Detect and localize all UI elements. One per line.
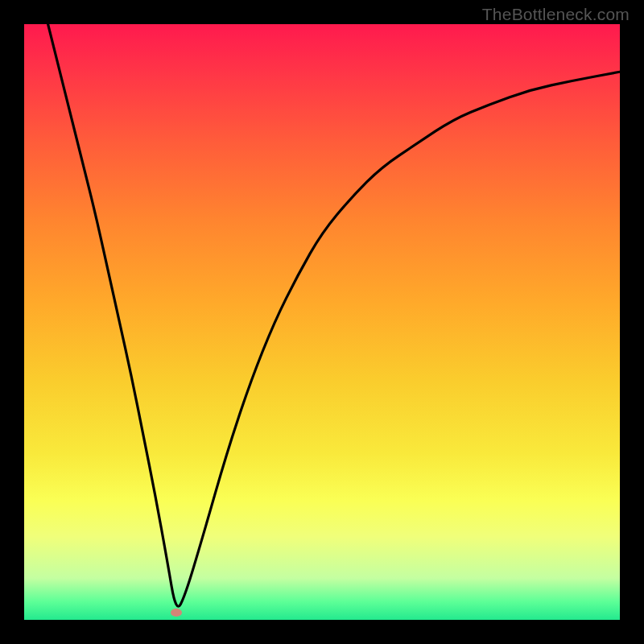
watermark-text: TheBottleneck.com (482, 5, 630, 24)
plot-area (24, 24, 620, 620)
curve-svg (24, 24, 620, 620)
chart-frame: TheBottleneck.com (0, 0, 644, 644)
bottleneck-curve (48, 24, 620, 606)
minimum-marker (171, 609, 182, 617)
